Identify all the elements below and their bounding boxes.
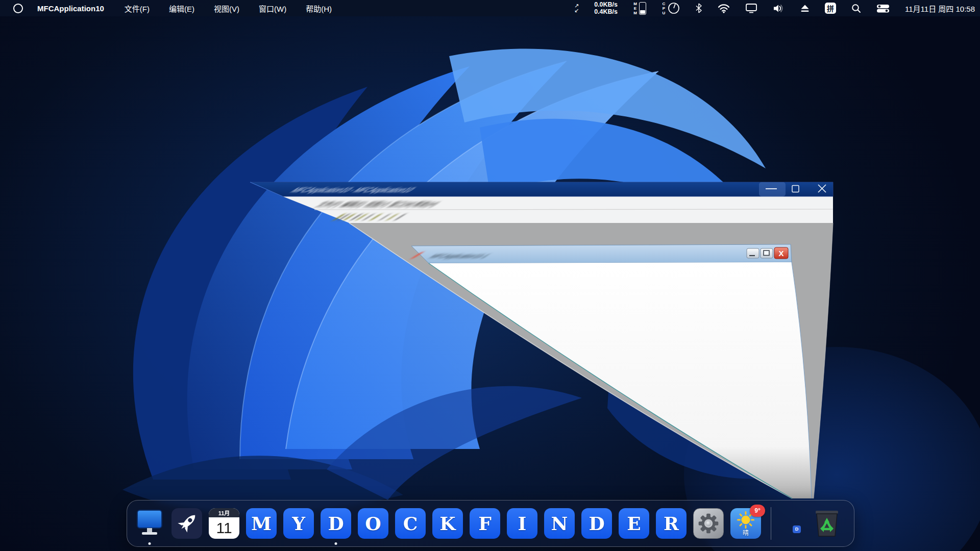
display-icon[interactable]: [745, 3, 757, 13]
dock-item-letter-n[interactable]: N: [544, 508, 575, 539]
dock-item-letter-e[interactable]: E: [619, 508, 649, 539]
child-window-client[interactable]: [429, 262, 812, 498]
volume-icon[interactable]: [773, 4, 785, 13]
dock-item-letter-f[interactable]: F: [470, 508, 500, 539]
cpu-label: CPU: [662, 2, 666, 15]
menubar-item-file[interactable]: 文件(F): [125, 3, 150, 14]
dock-item-letter-i[interactable]: I: [507, 508, 537, 539]
running-indicator-dot: [149, 542, 151, 545]
down-arrow-icon: ↙: [574, 8, 579, 13]
window-menu-items[interactable]: 文件(F) 编辑(E) 视图(V) 窗口(W) 帮助(H): [313, 201, 443, 208]
desktop: 文件(F) 编辑(E) 视图(V) 窗口(W) 帮助(H) MFCApplica…: [0, 0, 980, 551]
dock-item-letter-r[interactable]: R: [656, 508, 687, 539]
dock-separator: [771, 507, 771, 540]
calendar-day: 11: [209, 517, 239, 539]
mfc-window: 文件(F) 编辑(E) 视图(V) 窗口(W) 帮助(H) MFCApplica…: [0, 0, 980, 551]
running-indicator-dot: [335, 542, 337, 545]
clock-date[interactable]: 11月11日 周四 10:58: [905, 3, 975, 14]
cpu-gauge-icon: [668, 2, 680, 14]
dock-item-desktop[interactable]: [134, 508, 165, 539]
dock-item-letter-c[interactable]: C: [395, 508, 426, 539]
eject-icon[interactable]: [800, 4, 810, 13]
dock-item-letter-k[interactable]: K: [432, 508, 463, 539]
gear-icon: [694, 508, 723, 539]
menubar-item-window[interactable]: 窗口(W): [259, 3, 286, 14]
dock-item-letter-o[interactable]: O: [358, 508, 388, 539]
weather-condition: 晴: [730, 528, 761, 537]
calendar-month: 11月: [209, 508, 239, 517]
menubar-item-edit[interactable]: 编辑(E): [169, 3, 194, 14]
bluetooth-icon[interactable]: [695, 3, 702, 13]
dock-item-recycle-bin[interactable]: [812, 508, 842, 539]
recycle-bin-icon: [812, 508, 842, 539]
dock-item-letter-d2[interactable]: D: [581, 508, 612, 539]
child-restore-button[interactable]: [761, 248, 773, 258]
dock-item-letter-d1[interactable]: D: [321, 508, 351, 539]
control-center-icon[interactable]: [876, 4, 890, 13]
memory-gauge-icon: [639, 2, 646, 15]
pinyin-input-icon[interactable]: 拼: [825, 3, 836, 14]
child-minimize-button[interactable]: [747, 248, 759, 258]
network-arrows-icon[interactable]: ↗ ↙: [574, 4, 579, 13]
download-speed: 0.4KB/s: [594, 8, 618, 15]
search-icon[interactable]: [851, 4, 861, 13]
cpu-indicator[interactable]: CPU: [662, 2, 680, 15]
wifi-icon[interactable]: [718, 4, 730, 13]
dock-item-launchpad[interactable]: [172, 508, 202, 539]
child-close-button[interactable]: X: [774, 247, 788, 259]
desktop-monitor-icon: [134, 508, 165, 539]
dock-item-letter-y[interactable]: Y: [283, 508, 314, 539]
memory-indicator[interactable]: MEM: [633, 2, 646, 15]
letter-glyph: D: [328, 513, 344, 534]
upload-speed: 0.0KB/s: [594, 1, 618, 8]
svg-text:MFCApplication10 - MFCApplicat: MFCApplication10 - MFCApplication10: [288, 186, 419, 194]
dock-item-weather[interactable]: 晴 9°: [730, 508, 761, 539]
rocket-icon: [172, 508, 202, 539]
child-restore-icon: [764, 251, 769, 256]
menubar-item-view[interactable]: 视图(V): [214, 3, 239, 14]
child-close-icon: X: [778, 249, 783, 258]
apple-ring-logo-icon[interactable]: [13, 4, 23, 13]
minimized-window-chip[interactable]: D: [793, 525, 801, 533]
network-speed-readout: 0.0KB/s 0.4KB/s: [594, 1, 618, 15]
window-title-text: MFCApplication10 - MFCApplication10: [288, 186, 419, 194]
menubar-item-help[interactable]: 帮助(H): [306, 3, 332, 14]
mem-label: MEM: [633, 2, 637, 15]
dock-item-letter-m[interactable]: M: [246, 508, 277, 539]
active-app-name[interactable]: MFCApplication10: [37, 4, 104, 13]
weather-badge: 9°: [750, 505, 765, 517]
svg-text:MFCApplication10-1: MFCApplication10-1: [427, 253, 493, 259]
dock: 11月 11 M Y D O C K F I N D E R: [127, 500, 854, 547]
dock-item-settings[interactable]: [693, 508, 724, 539]
dock-item-calendar[interactable]: 11月 11: [209, 508, 239, 539]
menubar: MFCApplication10 文件(F) 编辑(E) 视图(V) 窗口(W)…: [0, 0, 980, 16]
minimize-hover-highlight: [759, 182, 786, 196]
